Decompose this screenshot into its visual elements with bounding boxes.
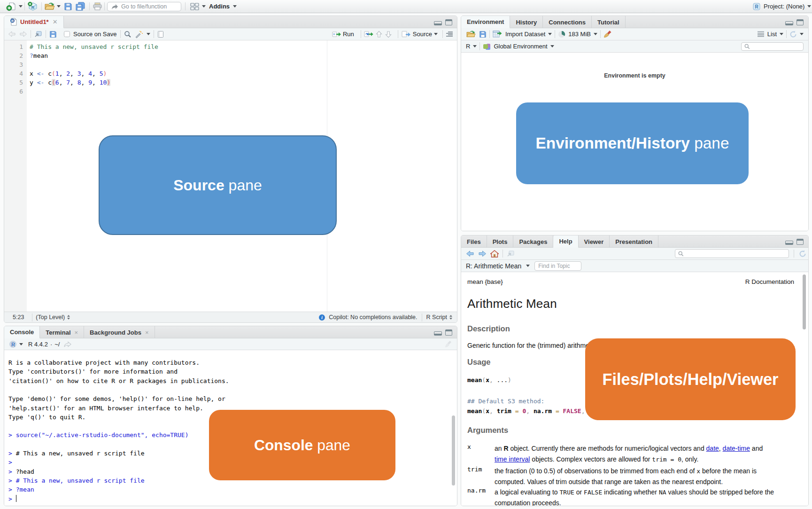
tab-presentation[interactable]: Presentation bbox=[610, 235, 658, 248]
rerun-button[interactable] bbox=[364, 31, 373, 38]
max-icon[interactable] bbox=[445, 19, 452, 25]
list-view-label[interactable]: List bbox=[767, 31, 777, 38]
search-icon bbox=[744, 44, 750, 49]
save-workspace-button[interactable] bbox=[479, 31, 487, 38]
code-tools-button[interactable] bbox=[135, 31, 143, 38]
new-project-button[interactable]: R bbox=[27, 0, 39, 13]
help-home-button[interactable] bbox=[490, 250, 499, 258]
find-in-topic-input[interactable]: Find in Topic bbox=[534, 261, 581, 271]
project-menu[interactable]: R Project: (None) bbox=[752, 0, 811, 13]
help-link[interactable]: time interval bbox=[495, 455, 530, 463]
min-icon[interactable] bbox=[785, 21, 793, 25]
console-line: > bbox=[8, 458, 12, 467]
open-file-dropdown[interactable] bbox=[57, 0, 61, 13]
help-popout-button[interactable] bbox=[507, 250, 515, 257]
console-scrollbar[interactable] bbox=[452, 415, 455, 486]
help-topic-dropdown[interactable] bbox=[526, 265, 530, 267]
env-scope-label[interactable]: Global Environment bbox=[494, 43, 547, 50]
copilot-status[interactable]: Copilot: No completions available. bbox=[329, 314, 417, 321]
popout-button[interactable] bbox=[34, 31, 42, 38]
list-view-dropdown[interactable] bbox=[780, 33, 783, 35]
source-on-save-checkbox[interactable] bbox=[64, 31, 70, 37]
forward-button[interactable] bbox=[19, 31, 27, 38]
max-icon[interactable] bbox=[797, 19, 804, 25]
env-language-dropdown[interactable] bbox=[473, 45, 477, 47]
help-forward-button[interactable] bbox=[478, 250, 487, 258]
help-search-input[interactable] bbox=[675, 249, 789, 258]
close-icon[interactable]: × bbox=[75, 329, 78, 336]
source-button[interactable] bbox=[402, 31, 411, 38]
cursor-position[interactable]: 5:23 bbox=[13, 314, 24, 321]
save-button[interactable] bbox=[64, 0, 72, 13]
refresh-dropdown[interactable] bbox=[800, 33, 804, 35]
find-replace-button[interactable] bbox=[124, 31, 131, 38]
tab-background-jobs[interactable]: Background Jobs× bbox=[84, 326, 155, 338]
run-button[interactable] bbox=[332, 31, 341, 38]
scope-indicator[interactable]: (Top Level) bbox=[36, 314, 65, 321]
go-next-section-button[interactable] bbox=[385, 31, 392, 38]
new-file-button[interactable] bbox=[6, 0, 16, 13]
share-icon[interactable] bbox=[64, 341, 71, 347]
help-topic-label[interactable]: R: Arithmetic Mean bbox=[466, 262, 521, 270]
file-type-indicator[interactable]: R Script bbox=[426, 314, 447, 321]
memory-usage-label[interactable]: 183 MiB bbox=[568, 31, 591, 38]
clear-environment-button[interactable] bbox=[603, 30, 612, 38]
min-icon[interactable] bbox=[785, 241, 793, 245]
import-dataset-button[interactable] bbox=[493, 30, 503, 38]
tab-plots[interactable]: Plots bbox=[487, 235, 514, 248]
import-dataset-dropdown[interactable] bbox=[548, 33, 552, 35]
refresh-button[interactable] bbox=[789, 31, 797, 38]
close-icon[interactable]: ✕ bbox=[53, 18, 58, 25]
close-icon[interactable]: × bbox=[145, 329, 149, 336]
open-file-button[interactable] bbox=[44, 0, 55, 13]
code-line: x <- c(1, 2, 3, 4, 5) bbox=[30, 69, 107, 78]
env-scope-dropdown[interactable] bbox=[550, 45, 554, 47]
help-link[interactable]: date bbox=[706, 445, 719, 452]
max-icon[interactable] bbox=[445, 329, 452, 336]
addins-button[interactable]: Addins bbox=[209, 0, 237, 13]
r-version-dropdown[interactable] bbox=[19, 343, 23, 345]
run-label[interactable]: Run bbox=[343, 31, 354, 38]
help-link[interactable]: date-time bbox=[723, 445, 750, 452]
save-source-button[interactable] bbox=[49, 31, 57, 38]
back-button[interactable] bbox=[8, 31, 16, 38]
tab-viewer[interactable]: Viewer bbox=[579, 235, 610, 248]
goto-file-input[interactable]: Go to file/function bbox=[107, 2, 181, 11]
list-view-button[interactable] bbox=[757, 31, 765, 37]
panes-layout-button[interactable] bbox=[190, 0, 200, 13]
broom-icon[interactable] bbox=[444, 340, 452, 348]
document-outline-button[interactable] bbox=[445, 31, 453, 38]
tab-console[interactable]: Console bbox=[4, 326, 40, 338]
help-refresh-button[interactable] bbox=[799, 250, 806, 258]
source-dropdown[interactable] bbox=[434, 33, 438, 35]
min-icon[interactable] bbox=[434, 21, 442, 25]
load-workspace-button[interactable] bbox=[466, 30, 476, 39]
help-scrollbar[interactable] bbox=[803, 274, 806, 329]
tab-files[interactable]: Files bbox=[461, 235, 487, 248]
help-back-button[interactable] bbox=[466, 250, 474, 258]
tab-history[interactable]: History bbox=[510, 16, 543, 28]
source-label[interactable]: Source bbox=[413, 31, 432, 38]
min-icon[interactable] bbox=[434, 331, 442, 336]
max-icon[interactable] bbox=[797, 239, 804, 245]
tab-help[interactable]: Help bbox=[553, 235, 578, 248]
memory-usage-button[interactable] bbox=[558, 31, 565, 38]
tab-terminal[interactable]: Terminal× bbox=[40, 326, 84, 338]
tab-untitled1[interactable]: R Untitled1* ✕ bbox=[4, 16, 64, 28]
tab-connections[interactable]: Connections bbox=[543, 16, 592, 28]
env-language-label[interactable]: R bbox=[466, 43, 470, 50]
toolbar-separator bbox=[422, 313, 422, 321]
tab-packages[interactable]: Packages bbox=[513, 235, 553, 248]
save-all-button[interactable] bbox=[75, 0, 86, 13]
compile-report-button[interactable] bbox=[157, 31, 164, 38]
import-dataset-label[interactable]: Import Dataset bbox=[505, 31, 545, 38]
new-file-dropdown[interactable] bbox=[19, 0, 23, 13]
memory-usage-dropdown[interactable] bbox=[594, 33, 597, 35]
code-tools-dropdown[interactable] bbox=[147, 33, 150, 35]
go-previous-section-button[interactable] bbox=[375, 31, 383, 38]
tab-tutorial[interactable]: Tutorial bbox=[592, 16, 626, 28]
tab-environment[interactable]: Environment bbox=[461, 16, 510, 28]
panes-layout-dropdown[interactable] bbox=[202, 0, 206, 13]
environment-search-input[interactable] bbox=[741, 42, 804, 51]
print-button[interactable] bbox=[93, 0, 102, 13]
